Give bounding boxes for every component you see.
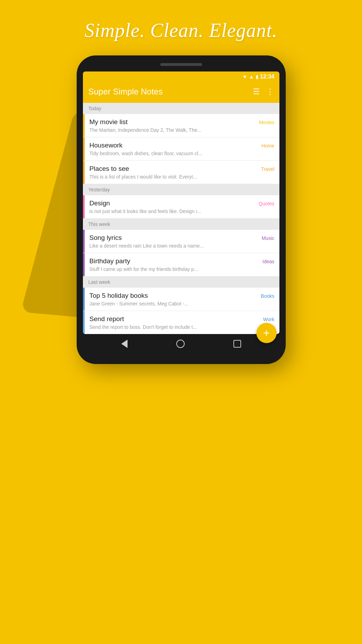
note-preview: Stuff I came up with for the my friends … — [90, 266, 275, 272]
note-title: Places to see — [90, 165, 129, 173]
note-title: Design — [90, 199, 110, 207]
note-item[interactable]: Send report Work Send the report to boss… — [83, 311, 279, 334]
note-item[interactable]: Birthday party Ideas Stuff I came up wit… — [83, 253, 279, 276]
wifi-icon: ▼ — [242, 74, 247, 79]
note-preview: is not just what it looks like and feels… — [90, 209, 275, 214]
note-category: Books — [261, 293, 275, 299]
status-bar: ▼ ▲ ▮ 12:34 — [83, 71, 279, 82]
note-category: Work — [263, 317, 274, 322]
nav-bar — [83, 334, 279, 354]
note-header-row: Song lyrics Music — [90, 234, 275, 242]
note-content: Housework Home Tidy bedroom, wash dishes… — [85, 137, 279, 160]
status-icons: ▼ ▲ ▮ 12:34 — [242, 74, 275, 80]
note-content: Design Quotes is not just what it looks … — [85, 195, 279, 218]
signal-icon: ▲ — [249, 74, 254, 79]
note-content: Places to see Travel This is a list of p… — [85, 161, 279, 184]
note-preview: Send the report to boss. Don't forget to… — [90, 324, 275, 330]
phone-screen: ▼ ▲ ▮ 12:34 Super Simple Notes ☰ ⋮ Today — [83, 71, 279, 334]
note-category: Ideas — [262, 259, 274, 264]
note-content: Birthday party Ideas Stuff I came up wit… — [85, 253, 279, 276]
note-title: Top 5 holiday books — [90, 292, 148, 300]
note-preview: Jane Green - Summer secrets, Meg Cabot -… — [90, 301, 275, 306]
note-content: My movie list Movies The Martian, Indepe… — [85, 114, 279, 137]
note-item[interactable]: Places to see Travel This is a list of p… — [83, 161, 279, 184]
fab-plus-icon: + — [263, 327, 270, 339]
note-item[interactable]: Top 5 holiday books Books Jane Green - S… — [83, 288, 279, 311]
sort-icon[interactable]: ☰ — [253, 87, 260, 96]
section-header-today: Today — [83, 103, 279, 114]
note-category: Quotes — [259, 201, 274, 206]
note-header-row: Birthday party Ideas — [90, 257, 275, 265]
note-category: Music — [262, 235, 275, 241]
back-button[interactable] — [121, 340, 128, 348]
status-time: 12:34 — [260, 74, 275, 80]
note-header-row: Design Quotes — [90, 199, 275, 207]
note-item[interactable]: Design Quotes is not just what it looks … — [83, 195, 279, 219]
app-bar: Super Simple Notes ☰ ⋮ — [83, 82, 279, 103]
home-button[interactable] — [176, 340, 185, 348]
note-header-row: Places to see Travel — [90, 165, 275, 173]
app-bar-icons: ☰ ⋮ — [253, 87, 274, 96]
note-title: Send report — [90, 315, 124, 323]
phone-shell: ▼ ▲ ▮ 12:34 Super Simple Notes ☰ ⋮ Today — [77, 55, 286, 364]
tagline: Simple. Clean. Elegant. — [85, 19, 277, 41]
note-item[interactable]: Song lyrics Music Like a desert needs ra… — [83, 230, 279, 253]
app-title: Super Simple Notes — [88, 87, 163, 97]
note-header-row: Top 5 holiday books Books — [90, 292, 275, 300]
note-content: Send report Work Send the report to boss… — [85, 311, 279, 334]
phone-speaker — [160, 63, 202, 66]
note-header-row: Housework Home — [90, 142, 275, 149]
note-preview: The Martian, Independence Day 2, The Wal… — [90, 127, 275, 133]
note-title: My movie list — [90, 118, 128, 126]
note-preview: Tidy bedroom, wash dishes, clean floor, … — [90, 151, 275, 156]
note-category: Home — [261, 143, 274, 149]
section-header-this-week: This week — [83, 219, 279, 230]
note-title: Birthday party — [90, 257, 130, 265]
note-header-row: Send report Work — [90, 315, 275, 323]
section-header-last-week: Last week — [83, 276, 279, 288]
section-header-yesterday: Yesterday — [83, 184, 279, 195]
note-title: Housework — [90, 142, 123, 149]
note-content: Song lyrics Music Like a desert needs ra… — [85, 230, 279, 253]
add-note-fab[interactable]: + — [256, 323, 277, 343]
notes-list: Today My movie list Movies The Martian, … — [83, 103, 279, 334]
note-category: Travel — [261, 166, 274, 172]
note-header-row: My movie list Movies — [90, 118, 275, 126]
recent-button[interactable] — [233, 340, 241, 348]
note-preview: This is a list of places I would like to… — [90, 174, 275, 180]
note-item[interactable]: My movie list Movies The Martian, Indepe… — [83, 114, 279, 137]
note-preview: Like a desert needs rain Like a town nee… — [90, 243, 275, 249]
note-category: Movies — [259, 120, 274, 125]
more-options-icon[interactable]: ⋮ — [266, 87, 274, 96]
note-item[interactable]: Housework Home Tidy bedroom, wash dishes… — [83, 137, 279, 161]
battery-icon: ▮ — [256, 74, 259, 79]
note-title: Song lyrics — [90, 234, 122, 242]
note-content: Top 5 holiday books Books Jane Green - S… — [85, 288, 279, 311]
